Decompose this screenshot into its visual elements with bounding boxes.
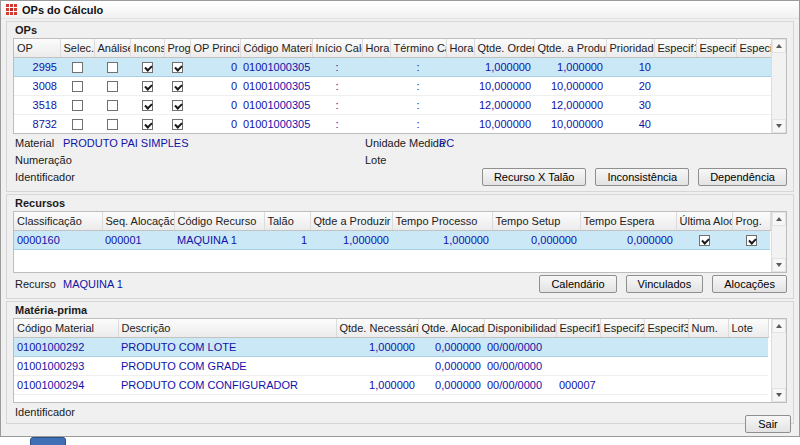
checkbox[interactable] bbox=[107, 119, 118, 130]
table-row[interactable]: 3008001001000305::10,00000010,00000020 bbox=[14, 76, 771, 95]
lote-label: Lote bbox=[365, 154, 386, 166]
taskbar-fragment[interactable] bbox=[30, 437, 66, 445]
checkbox[interactable] bbox=[72, 62, 83, 73]
calendario-button[interactable]: Calendário bbox=[539, 275, 616, 293]
column-header[interactable]: Código Material bbox=[240, 39, 312, 57]
vinculados-button[interactable]: Vinculados bbox=[626, 275, 704, 293]
materia-prima-group: Matéria-prima Código MaterialDescriçãoQt… bbox=[6, 301, 794, 424]
column-header[interactable]: Seq. Alocação bbox=[102, 212, 174, 230]
table-row[interactable]: 2995001001000305::1,0000001,00000010 bbox=[14, 57, 771, 76]
checkbox[interactable] bbox=[172, 62, 183, 73]
table-row[interactable]: 3518001001000305::12,00000012,00000030 bbox=[14, 95, 771, 114]
column-header[interactable]: Especif1 bbox=[556, 319, 600, 337]
column-header[interactable]: Incons. bbox=[130, 39, 164, 57]
scrollbar-track[interactable] bbox=[772, 53, 786, 119]
column-header[interactable]: Descrição bbox=[118, 319, 336, 337]
recursos-table: ClassificaçãoSeq. AlocaçãoCódigo Recurso… bbox=[14, 212, 771, 272]
column-header[interactable]: Qtde. a Produzir bbox=[534, 39, 606, 57]
material-label: Material bbox=[15, 137, 54, 149]
table-row[interactable]: 01001000294PRODUTO COM CONFIGURADOR1,000… bbox=[14, 375, 768, 394]
recursos-group-label: Recursos bbox=[13, 197, 787, 211]
arrow-down-icon bbox=[776, 263, 782, 267]
materia-prima-group-label: Matéria-prima bbox=[13, 304, 787, 318]
checkbox[interactable] bbox=[172, 119, 183, 130]
scrollbar-track[interactable] bbox=[772, 333, 786, 388]
checkbox[interactable] bbox=[142, 119, 153, 130]
column-header[interactable]: Especif3 bbox=[736, 39, 771, 57]
checkbox[interactable] bbox=[72, 119, 83, 130]
unidade-medida-label: Unidade Medida bbox=[365, 137, 445, 149]
column-header[interactable]: Especif1 bbox=[654, 39, 696, 57]
column-header[interactable]: OP bbox=[14, 39, 60, 57]
scroll-down-button[interactable] bbox=[772, 119, 786, 133]
column-header[interactable]: Talão bbox=[264, 212, 310, 230]
checkbox[interactable] bbox=[107, 100, 118, 111]
recursos-table-scrollbar[interactable] bbox=[771, 212, 786, 272]
checkbox[interactable] bbox=[107, 62, 118, 73]
column-header[interactable]: Lote bbox=[728, 319, 768, 337]
scroll-up-button[interactable] bbox=[772, 319, 786, 333]
table-row[interactable]: 01001000292PRODUTO COM LOTE1,0000000,000… bbox=[14, 337, 768, 356]
column-header[interactable]: Tempo Espera bbox=[580, 212, 676, 230]
column-header[interactable]: Última Aloc. bbox=[676, 212, 732, 230]
scroll-up-button[interactable] bbox=[772, 39, 786, 53]
identificador-label: Identificador bbox=[15, 171, 75, 183]
column-header[interactable]: Qtde a Produzir bbox=[310, 212, 392, 230]
table-row[interactable]: 8732001001000305::10,00000010,00000040 bbox=[14, 114, 771, 133]
scroll-down-button[interactable] bbox=[772, 258, 786, 272]
checkbox[interactable] bbox=[72, 100, 83, 111]
checkbox[interactable] bbox=[142, 81, 153, 92]
column-header[interactable]: Disponibilidade bbox=[484, 319, 556, 337]
checkbox[interactable] bbox=[172, 81, 183, 92]
column-header[interactable]: Qtde. Ordem bbox=[474, 39, 534, 57]
column-header[interactable]: Prioridade bbox=[606, 39, 654, 57]
checkbox[interactable] bbox=[107, 81, 118, 92]
checkbox[interactable] bbox=[699, 235, 710, 246]
unidade-medida-value: PC bbox=[439, 137, 454, 149]
column-header[interactable]: Início Calc. bbox=[312, 39, 362, 57]
column-header[interactable]: Término Calc. bbox=[390, 39, 446, 57]
column-header[interactable]: Tempo Processo bbox=[392, 212, 492, 230]
dependencia-button[interactable]: Dependência bbox=[698, 168, 787, 186]
table-row[interactable]: 01001000293PRODUTO COM GRADE0,00000000/0… bbox=[14, 356, 768, 375]
column-header[interactable]: Tempo Setup bbox=[492, 212, 580, 230]
ops-table: OPSelec.AnáliseIncons.Prog.OP PrincipalC… bbox=[14, 39, 771, 133]
column-header[interactable]: Análise bbox=[94, 39, 130, 57]
material-value: PRODUTO PAI SIMPLES bbox=[63, 137, 189, 149]
materia-prima-table-frame: Código MaterialDescriçãoQtde. Necessária… bbox=[13, 318, 787, 403]
checkbox[interactable] bbox=[142, 100, 153, 111]
checkbox[interactable] bbox=[746, 235, 757, 246]
column-header[interactable]: Especif2 bbox=[600, 319, 644, 337]
column-header[interactable]: OP Principal bbox=[190, 39, 240, 57]
column-header[interactable]: Prog. bbox=[732, 212, 770, 230]
arrow-up-icon bbox=[776, 44, 782, 48]
ops-calculo-window: OPs do Cálculo OPs OPSelec.AnáliseIncons… bbox=[0, 0, 800, 437]
column-header[interactable]: Classificação bbox=[14, 212, 102, 230]
sair-button[interactable]: Sair bbox=[745, 415, 791, 433]
materia-prima-table: Código MaterialDescriçãoQtde. Necessária… bbox=[14, 319, 771, 402]
column-header[interactable]: Especif2 bbox=[696, 39, 736, 57]
inconsistencia-button[interactable]: Inconsistência bbox=[595, 168, 689, 186]
checkbox[interactable] bbox=[142, 62, 153, 73]
recurso-x-talao-button[interactable]: Recurso X Talão bbox=[482, 168, 587, 186]
materia-prima-table-scrollbar[interactable] bbox=[771, 319, 786, 402]
column-header[interactable]: Selec. bbox=[60, 39, 94, 57]
table-row[interactable]: 0000160000001MAQUINA 111,0000001,0000000… bbox=[14, 230, 770, 249]
checkbox[interactable] bbox=[72, 81, 83, 92]
column-header[interactable]: Código Material bbox=[14, 319, 118, 337]
checkbox[interactable] bbox=[172, 100, 183, 111]
column-header[interactable]: Especif3 bbox=[644, 319, 688, 337]
scrollbar-track[interactable] bbox=[772, 226, 786, 258]
scroll-down-button[interactable] bbox=[772, 388, 786, 402]
column-header[interactable]: Qtde. Necessária bbox=[336, 319, 418, 337]
column-header[interactable]: Hora bbox=[446, 39, 474, 57]
column-header[interactable]: Código Recurso bbox=[174, 212, 264, 230]
column-header[interactable]: Prog. bbox=[164, 39, 190, 57]
column-header[interactable]: Qtde. Alocada bbox=[418, 319, 484, 337]
column-header[interactable]: Num. bbox=[688, 319, 728, 337]
column-header[interactable]: Hora bbox=[362, 39, 390, 57]
window-titlebar[interactable]: OPs do Cálculo bbox=[1, 1, 799, 19]
scroll-up-button[interactable] bbox=[772, 212, 786, 226]
ops-table-scrollbar[interactable] bbox=[771, 39, 786, 133]
alocacoes-button[interactable]: Alocações bbox=[712, 275, 787, 293]
